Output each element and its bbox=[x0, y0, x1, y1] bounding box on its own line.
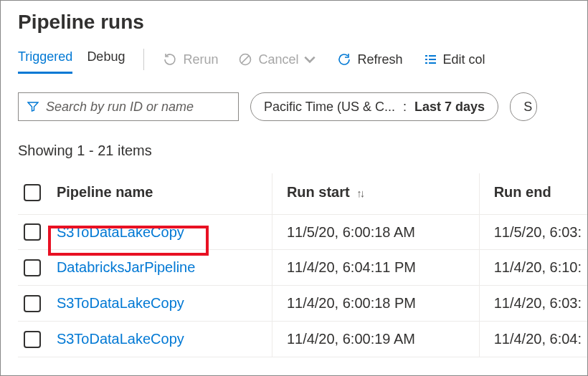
edit-columns-label: Edit col bbox=[443, 52, 485, 67]
extra-filter-pill[interactable]: S bbox=[510, 92, 537, 121]
page-title: Pipeline runs bbox=[18, 11, 587, 34]
edit-columns-button[interactable]: Edit col bbox=[423, 52, 485, 67]
row-checkbox[interactable] bbox=[24, 295, 41, 312]
row-checkbox[interactable] bbox=[24, 223, 41, 241]
run-start-cell: 11/4/20, 6:00:18 PM bbox=[272, 286, 479, 322]
row-checkbox[interactable] bbox=[24, 331, 41, 348]
run-start-cell: 11/5/20, 6:00:18 AM bbox=[272, 214, 479, 250]
cancel-button[interactable]: Cancel bbox=[238, 52, 317, 67]
column-run-start[interactable]: Run start ↑↓ bbox=[272, 173, 479, 214]
pipeline-name-link[interactable]: S3ToDataLakeCopy bbox=[57, 331, 184, 347]
tab-debug[interactable]: Debug bbox=[87, 45, 125, 74]
select-all-checkbox[interactable] bbox=[24, 184, 41, 201]
time-filter-pill[interactable]: Pacific Time (US & C... : Last 7 days bbox=[250, 92, 498, 121]
sort-icon: ↑↓ bbox=[356, 187, 363, 199]
refresh-icon bbox=[337, 52, 351, 67]
divider bbox=[143, 49, 144, 70]
column-run-end[interactable]: Run end bbox=[479, 173, 587, 214]
tabs: Triggered Debug bbox=[18, 45, 125, 74]
table-row: S3ToDataLakeCopy11/4/20, 6:00:18 PM11/4/… bbox=[18, 286, 587, 322]
pipeline-name-link[interactable]: S3ToDataLakeCopy bbox=[57, 224, 184, 240]
run-end-cell: 11/4/20, 6:10: bbox=[479, 250, 587, 286]
table-row: S3ToDataLakeCopy11/5/20, 6:00:18 AM11/5/… bbox=[18, 214, 587, 250]
pipeline-name-link[interactable]: DatabricksJarPipeline bbox=[57, 259, 195, 275]
pipeline-name-link[interactable]: S3ToDataLakeCopy bbox=[57, 295, 184, 311]
table-row: DatabricksJarPipeline11/4/20, 6:04:11 PM… bbox=[18, 250, 587, 286]
table-row: S3ToDataLakeCopy11/4/20, 6:00:19 AM11/4/… bbox=[18, 321, 587, 357]
run-start-label: Run start bbox=[287, 184, 350, 200]
run-end-cell: 11/5/20, 6:03: bbox=[479, 214, 587, 250]
cancel-label: Cancel bbox=[258, 52, 298, 67]
range-label: Last 7 days bbox=[414, 100, 485, 115]
rerun-button[interactable]: Rerun bbox=[163, 52, 218, 67]
list-icon bbox=[423, 52, 437, 67]
runs-table: Pipeline name Run start ↑↓ Run end S3ToD… bbox=[18, 173, 587, 357]
refresh-label: Refresh bbox=[357, 52, 402, 67]
row-checkbox[interactable] bbox=[24, 259, 41, 276]
search-placeholder: Search by run ID or name bbox=[46, 100, 194, 115]
search-input[interactable]: Search by run ID or name bbox=[18, 92, 239, 121]
chevron-down-icon bbox=[303, 52, 317, 67]
run-start-cell: 11/4/20, 6:04:11 PM bbox=[272, 250, 479, 286]
table-header-row: Pipeline name Run start ↑↓ Run end bbox=[18, 173, 587, 214]
run-end-cell: 11/4/20, 6:04: bbox=[479, 321, 587, 357]
run-end-cell: 11/4/20, 6:03: bbox=[479, 286, 587, 322]
filter-row: Search by run ID or name Pacific Time (U… bbox=[18, 92, 587, 121]
extra-filter-label: S bbox=[523, 100, 532, 115]
cancel-icon bbox=[238, 52, 252, 67]
tab-command-row: Triggered Debug Rerun Cancel Refresh Edi… bbox=[18, 45, 587, 74]
filter-separator: : bbox=[399, 100, 410, 115]
run-start-cell: 11/4/20, 6:00:19 AM bbox=[272, 321, 479, 357]
rerun-label: Rerun bbox=[183, 52, 218, 67]
command-bar: Rerun Cancel Refresh Edit col bbox=[163, 52, 485, 67]
rerun-icon bbox=[163, 52, 177, 67]
showing-count: Showing 1 - 21 items bbox=[18, 143, 587, 159]
svg-line-1 bbox=[242, 56, 249, 63]
filter-icon bbox=[27, 101, 39, 112]
timezone-label: Pacific Time (US & C... bbox=[264, 100, 395, 115]
refresh-button[interactable]: Refresh bbox=[337, 52, 402, 67]
column-pipeline-name[interactable]: Pipeline name bbox=[51, 173, 272, 214]
tab-triggered[interactable]: Triggered bbox=[18, 45, 72, 74]
